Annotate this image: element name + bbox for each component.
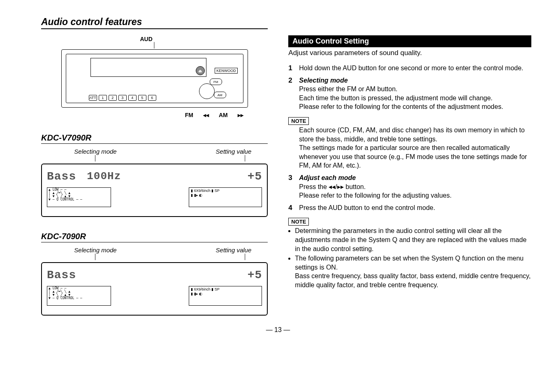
lcd-a-mid: 100Hz (87, 170, 121, 182)
eq-left-a: ▲ LOW ─ ─ │ ▲ ╱═╲ ╲ ▲ │ ▼ ╲ ╱ ▲ ▼ ▼ ─ Q … (47, 187, 111, 207)
step-1: Hold down the AUD button for one second … (288, 64, 531, 73)
lcd-a-val: +5 (248, 170, 262, 183)
annot-selecting-b: Selecting mode (50, 247, 141, 254)
annot-setting-b: Setting value (141, 247, 259, 254)
lcd-b: Bass +5 ▲ LOW ─ ─ │ ▲ ╱═╲ ╲ ▲ │ ▼ ╲ ╱ ▲ … (41, 262, 268, 316)
lcd-a-main: Bass (47, 170, 76, 183)
banner: Audio Control Setting (288, 35, 531, 47)
lcd-b-main: Bass (47, 269, 76, 281)
annot-selecting-a: Selecting mode (50, 148, 141, 155)
am-label: AM (219, 112, 228, 118)
prev-icon: ◂◂ (203, 112, 209, 118)
note-2-list: Determining the parameters in the audio … (288, 226, 531, 289)
lcd-b-val: +5 (248, 269, 262, 281)
model-a-title: KDC-V7090R (41, 133, 268, 144)
bullet-1: Determining the parameters in the audio … (295, 226, 531, 253)
note-tag-2: NOTE (288, 218, 309, 226)
fm-label: FM (185, 112, 193, 118)
dial-icon (199, 83, 215, 99)
eq-right-a: ▮ 6X9/6inch ▮ SP ▮ ▮▸ ◐ (189, 187, 262, 207)
stereo-diagram: AUD │ ⏏ KENWOOD ATT123456 FM AM FM ◂◂ AM… (60, 36, 249, 118)
step-3-title: Adjust each mode (299, 174, 356, 181)
step-3: Adjust each mode Press the ◂◂/▸▸ button.… (288, 173, 531, 200)
aud-label: AUD (60, 36, 233, 42)
prev-next-icon: ◂◂/▸▸ (329, 183, 343, 190)
model-b-title: KDC-7090R (41, 232, 268, 242)
step-2-title: Selecting mode (299, 77, 348, 84)
eq-right-b: ▮ 6X9/6inch ▮ SP ▮ ▮▸ ◐ (189, 286, 262, 306)
step-2: Selecting mode Press either the FM or AM… (288, 76, 531, 111)
am-pill: AM (214, 92, 226, 98)
note-1: Each source (CD, FM, AM, and disc change… (288, 126, 531, 170)
page-number: — 13 — (0, 320, 556, 334)
lcd-a: Bass 100Hz +5 ▲ LOW ─ ─ │ ▲ ╱═╲ ╲ ▲ │ ▼ … (41, 164, 268, 217)
button-row: ATT123456 (89, 95, 156, 101)
eq-left-b: ▲ LOW ─ ─ │ ▲ ╱═╲ ╲ ▲ │ ▼ ╲ ╱ ▲ ▼ ▼ ─ Q … (47, 286, 111, 306)
note-tag-1: NOTE (288, 117, 309, 125)
next-icon: ▸▸ (238, 112, 243, 118)
brand-label: KENWOOD (215, 68, 238, 74)
annot-setting-a: Setting value (141, 148, 259, 155)
stereo-outline: ⏏ KENWOOD ATT123456 FM AM (61, 49, 248, 108)
fm-pill: FM (210, 78, 222, 85)
bullet-2: The following parameters can be set when… (295, 254, 531, 289)
subhead: Adjust various parameters of sound quali… (288, 49, 531, 57)
eject-icon: ⏏ (196, 66, 205, 75)
step-4: Press the AUD button to end the control … (288, 203, 531, 212)
section-title: Audio control features (41, 16, 268, 29)
